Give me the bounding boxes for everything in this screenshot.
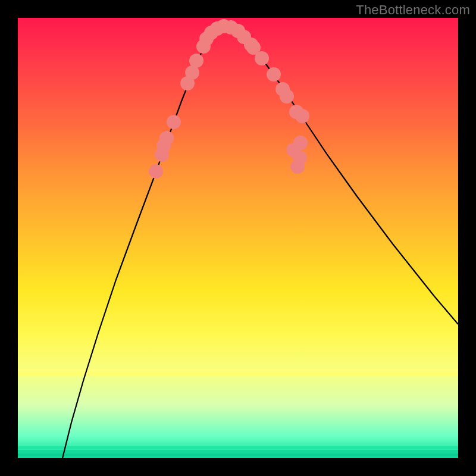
scatter-dot (167, 115, 181, 129)
scatter-dot (280, 89, 294, 104)
scatter-dot (189, 54, 203, 68)
scatter-dot (293, 136, 308, 150)
curve-left-arm (62, 24, 220, 458)
chart-frame: TheBottleneck.com (0, 0, 476, 476)
scatter-dot (267, 67, 281, 82)
plot-area (18, 18, 458, 458)
scatter-dot (159, 131, 174, 145)
scatter-dot (295, 109, 309, 123)
curve-right-arm (220, 24, 458, 324)
watermark-text: TheBottleneck.com (356, 2, 470, 18)
scatter-dot (149, 164, 163, 178)
scatter-group (149, 19, 309, 178)
curve-svg (18, 18, 458, 458)
scatter-dot (255, 51, 269, 65)
